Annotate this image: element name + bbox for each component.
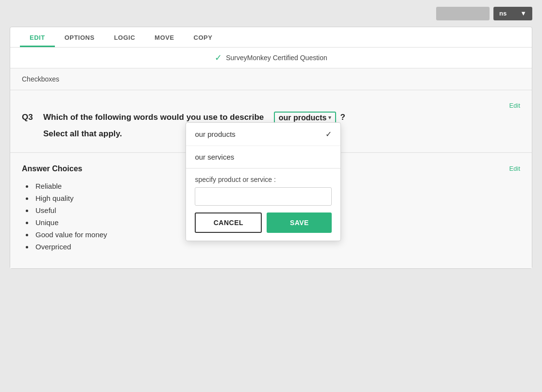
- tabs-bar: EDIT OPTIONS LOGIC MOVE COPY: [10, 27, 532, 48]
- tab-logic[interactable]: LOGIC: [104, 27, 145, 47]
- answer-title: Answer Choices: [22, 164, 82, 173]
- top-pill-1: [436, 7, 490, 20]
- question-type-row: Checkboxes: [10, 68, 532, 90]
- inline-dropdown-arrow-icon: ▾: [328, 114, 331, 121]
- top-bar: ns ▼: [0, 0, 542, 27]
- specify-label: specify product or service :: [195, 176, 332, 183]
- certified-text: SurveyMonkey Certified Question: [226, 54, 327, 62]
- specify-section: specify product or service : CANCEL SAVE: [186, 168, 340, 241]
- dropdown-popup: our products ✓ our services specify prod…: [186, 122, 341, 241]
- dropdown-item-our-services[interactable]: our services: [186, 146, 340, 168]
- dropdown-item-our-products[interactable]: our products ✓: [186, 123, 340, 146]
- question-text-after: ?: [340, 111, 345, 124]
- tab-copy[interactable]: COPY: [184, 27, 222, 47]
- list-item: Overpriced: [34, 243, 520, 251]
- inline-dropdown-wrapper: our products ▾ our products ✓ our servic…: [274, 112, 337, 124]
- top-dropdown-label: ns: [499, 10, 507, 17]
- tab-edit[interactable]: EDIT: [20, 27, 55, 47]
- top-dropdown-btn[interactable]: ns ▼: [493, 7, 532, 20]
- question-section: Edit Q3 Which of the following words wou…: [10, 90, 532, 153]
- certified-icon: ✓: [215, 52, 222, 63]
- answer-edit-link[interactable]: Edit: [509, 165, 520, 172]
- question-edit-link[interactable]: Edit: [509, 102, 520, 109]
- tab-options[interactable]: OPTIONS: [55, 27, 104, 47]
- save-button[interactable]: SAVE: [267, 212, 332, 233]
- question-row: Q3 Which of the following words would yo…: [22, 111, 520, 124]
- dropdown-item-label-2: our services: [195, 153, 234, 161]
- question-text-before: Which of the following words would you u…: [43, 111, 264, 124]
- popup-buttons: CANCEL SAVE: [195, 212, 332, 233]
- question-type-label: Checkboxes: [22, 75, 59, 83]
- tab-move[interactable]: MOVE: [145, 27, 184, 47]
- checkmark-icon: ✓: [325, 130, 332, 139]
- specify-input[interactable]: [195, 187, 332, 206]
- inline-dropdown-value: our products: [279, 114, 327, 122]
- top-dropdown-arrow-icon: ▼: [520, 10, 526, 17]
- question-edit-header: Edit: [22, 102, 520, 109]
- dropdown-item-label-1: our products: [195, 130, 235, 138]
- question-number: Q3: [22, 113, 39, 122]
- certified-bar: ✓ SurveyMonkey Certified Question: [10, 48, 532, 68]
- cancel-button[interactable]: CANCEL: [195, 212, 262, 233]
- main-card: EDIT OPTIONS LOGIC MOVE COPY ✓ SurveyMon…: [10, 27, 532, 269]
